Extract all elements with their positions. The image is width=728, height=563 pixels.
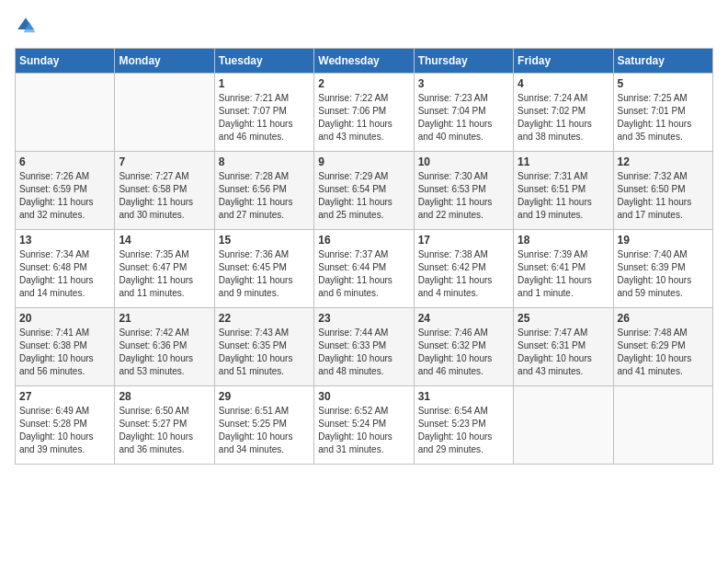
day-info: Sunrise: 6:50 AMSunset: 5:27 PMDaylight:… bbox=[119, 405, 210, 456]
day-number: 31 bbox=[418, 390, 509, 403]
day-cell: 7Sunrise: 7:27 AMSunset: 6:58 PMDaylight… bbox=[115, 152, 214, 230]
day-info: Sunrise: 7:42 AMSunset: 6:36 PMDaylight:… bbox=[119, 327, 210, 378]
day-cell: 2Sunrise: 7:22 AMSunset: 7:06 PMDaylight… bbox=[314, 74, 414, 152]
day-number: 17 bbox=[418, 234, 509, 247]
day-info: Sunrise: 7:25 AMSunset: 7:01 PMDaylight:… bbox=[618, 92, 709, 144]
day-cell: 4Sunrise: 7:24 AMSunset: 7:02 PMDaylight… bbox=[514, 74, 613, 152]
day-cell: 3Sunrise: 7:23 AMSunset: 7:04 PMDaylight… bbox=[414, 74, 513, 152]
day-number: 3 bbox=[418, 77, 509, 90]
day-number: 15 bbox=[219, 234, 310, 247]
day-number: 24 bbox=[418, 312, 509, 325]
day-number: 13 bbox=[19, 234, 110, 247]
day-cell: 16Sunrise: 7:37 AMSunset: 6:44 PMDayligh… bbox=[314, 230, 414, 308]
day-info: Sunrise: 7:43 AMSunset: 6:35 PMDaylight:… bbox=[219, 327, 310, 378]
day-number: 25 bbox=[518, 312, 609, 325]
day-cell: 30Sunrise: 6:52 AMSunset: 5:24 PMDayligh… bbox=[314, 386, 414, 465]
weekday-header-row: SundayMondayTuesdayWednesdayThursdayFrid… bbox=[16, 49, 713, 74]
day-cell: 20Sunrise: 7:41 AMSunset: 6:38 PMDayligh… bbox=[16, 308, 115, 386]
day-cell bbox=[16, 74, 115, 152]
day-cell: 5Sunrise: 7:25 AMSunset: 7:01 PMDaylight… bbox=[613, 74, 712, 152]
day-number: 27 bbox=[19, 390, 110, 403]
day-number: 9 bbox=[318, 155, 409, 168]
day-cell: 22Sunrise: 7:43 AMSunset: 6:35 PMDayligh… bbox=[214, 308, 313, 386]
calendar-table: SundayMondayTuesdayWednesdayThursdayFrid… bbox=[15, 48, 713, 465]
day-info: Sunrise: 7:34 AMSunset: 6:48 PMDaylight:… bbox=[19, 248, 110, 300]
day-cell: 19Sunrise: 7:40 AMSunset: 6:39 PMDayligh… bbox=[613, 230, 712, 308]
day-number: 14 bbox=[119, 234, 210, 247]
day-number: 11 bbox=[518, 155, 609, 168]
day-info: Sunrise: 7:21 AMSunset: 7:07 PMDaylight:… bbox=[219, 92, 310, 144]
day-info: Sunrise: 7:23 AMSunset: 7:04 PMDaylight:… bbox=[418, 92, 509, 144]
day-cell bbox=[115, 74, 214, 152]
weekday-header-wednesday: Wednesday bbox=[314, 49, 414, 74]
day-cell: 14Sunrise: 7:35 AMSunset: 6:47 PMDayligh… bbox=[115, 230, 214, 308]
day-cell: 11Sunrise: 7:31 AMSunset: 6:51 PMDayligh… bbox=[514, 152, 613, 230]
day-cell: 1Sunrise: 7:21 AMSunset: 7:07 PMDaylight… bbox=[214, 74, 313, 152]
day-cell bbox=[514, 386, 613, 465]
day-info: Sunrise: 6:54 AMSunset: 5:23 PMDaylight:… bbox=[418, 405, 509, 456]
day-cell: 21Sunrise: 7:42 AMSunset: 6:36 PMDayligh… bbox=[115, 308, 214, 386]
day-number: 4 bbox=[518, 77, 609, 90]
weekday-header-tuesday: Tuesday bbox=[214, 49, 313, 74]
day-number: 12 bbox=[618, 155, 709, 168]
day-cell: 31Sunrise: 6:54 AMSunset: 5:23 PMDayligh… bbox=[414, 386, 513, 465]
day-number: 30 bbox=[318, 390, 409, 403]
day-number: 19 bbox=[618, 234, 709, 247]
day-cell: 13Sunrise: 7:34 AMSunset: 6:48 PMDayligh… bbox=[16, 230, 115, 308]
weekday-header-sunday: Sunday bbox=[16, 49, 115, 74]
day-cell: 9Sunrise: 7:29 AMSunset: 6:54 PMDaylight… bbox=[314, 152, 414, 230]
day-cell: 18Sunrise: 7:39 AMSunset: 6:41 PMDayligh… bbox=[514, 230, 613, 308]
page-header bbox=[15, 15, 713, 37]
day-cell: 15Sunrise: 7:36 AMSunset: 6:45 PMDayligh… bbox=[214, 230, 313, 308]
day-number: 1 bbox=[219, 77, 310, 90]
day-number: 20 bbox=[19, 312, 110, 325]
day-number: 18 bbox=[518, 234, 609, 247]
day-info: Sunrise: 7:32 AMSunset: 6:50 PMDaylight:… bbox=[618, 170, 709, 222]
day-number: 6 bbox=[19, 155, 110, 168]
week-row-2: 6Sunrise: 7:26 AMSunset: 6:59 PMDaylight… bbox=[16, 152, 713, 230]
day-info: Sunrise: 6:52 AMSunset: 5:24 PMDaylight:… bbox=[318, 405, 409, 456]
day-info: Sunrise: 7:41 AMSunset: 6:38 PMDaylight:… bbox=[19, 327, 110, 378]
day-info: Sunrise: 7:29 AMSunset: 6:54 PMDaylight:… bbox=[318, 170, 409, 222]
day-info: Sunrise: 7:30 AMSunset: 6:53 PMDaylight:… bbox=[418, 170, 509, 222]
logo bbox=[15, 15, 40, 37]
day-info: Sunrise: 6:51 AMSunset: 5:25 PMDaylight:… bbox=[219, 405, 310, 456]
day-info: Sunrise: 7:48 AMSunset: 6:29 PMDaylight:… bbox=[618, 327, 709, 378]
day-info: Sunrise: 7:28 AMSunset: 6:56 PMDaylight:… bbox=[219, 170, 310, 222]
day-info: Sunrise: 6:49 AMSunset: 5:28 PMDaylight:… bbox=[19, 405, 110, 456]
day-number: 8 bbox=[219, 155, 310, 168]
day-info: Sunrise: 7:38 AMSunset: 6:42 PMDaylight:… bbox=[418, 248, 509, 300]
day-info: Sunrise: 7:24 AMSunset: 7:02 PMDaylight:… bbox=[518, 92, 609, 144]
week-row-4: 20Sunrise: 7:41 AMSunset: 6:38 PMDayligh… bbox=[16, 308, 713, 386]
day-number: 10 bbox=[418, 155, 509, 168]
day-info: Sunrise: 7:31 AMSunset: 6:51 PMDaylight:… bbox=[518, 170, 609, 222]
day-cell: 27Sunrise: 6:49 AMSunset: 5:28 PMDayligh… bbox=[16, 386, 115, 465]
day-number: 26 bbox=[618, 312, 709, 325]
week-row-1: 1Sunrise: 7:21 AMSunset: 7:07 PMDaylight… bbox=[16, 74, 713, 152]
day-info: Sunrise: 7:44 AMSunset: 6:33 PMDaylight:… bbox=[318, 327, 409, 378]
week-row-3: 13Sunrise: 7:34 AMSunset: 6:48 PMDayligh… bbox=[16, 230, 713, 308]
day-number: 5 bbox=[618, 77, 709, 90]
weekday-header-thursday: Thursday bbox=[414, 49, 513, 74]
day-info: Sunrise: 7:37 AMSunset: 6:44 PMDaylight:… bbox=[318, 248, 409, 300]
day-number: 7 bbox=[119, 155, 210, 168]
day-info: Sunrise: 7:39 AMSunset: 6:41 PMDaylight:… bbox=[518, 248, 609, 300]
day-info: Sunrise: 7:22 AMSunset: 7:06 PMDaylight:… bbox=[318, 92, 409, 144]
day-cell: 17Sunrise: 7:38 AMSunset: 6:42 PMDayligh… bbox=[414, 230, 513, 308]
day-info: Sunrise: 7:27 AMSunset: 6:58 PMDaylight:… bbox=[119, 170, 210, 222]
day-number: 2 bbox=[318, 77, 409, 90]
day-cell: 10Sunrise: 7:30 AMSunset: 6:53 PMDayligh… bbox=[414, 152, 513, 230]
day-info: Sunrise: 7:46 AMSunset: 6:32 PMDaylight:… bbox=[418, 327, 509, 378]
weekday-header-monday: Monday bbox=[115, 49, 214, 74]
day-cell bbox=[613, 386, 712, 465]
day-info: Sunrise: 7:40 AMSunset: 6:39 PMDaylight:… bbox=[618, 248, 709, 300]
day-cell: 8Sunrise: 7:28 AMSunset: 6:56 PMDaylight… bbox=[214, 152, 313, 230]
day-cell: 6Sunrise: 7:26 AMSunset: 6:59 PMDaylight… bbox=[16, 152, 115, 230]
day-number: 22 bbox=[219, 312, 310, 325]
weekday-header-saturday: Saturday bbox=[613, 49, 712, 74]
week-row-5: 27Sunrise: 6:49 AMSunset: 5:28 PMDayligh… bbox=[16, 386, 713, 465]
day-number: 21 bbox=[119, 312, 210, 325]
weekday-header-friday: Friday bbox=[514, 49, 613, 74]
day-info: Sunrise: 7:47 AMSunset: 6:31 PMDaylight:… bbox=[518, 327, 609, 378]
day-cell: 28Sunrise: 6:50 AMSunset: 5:27 PMDayligh… bbox=[115, 386, 214, 465]
